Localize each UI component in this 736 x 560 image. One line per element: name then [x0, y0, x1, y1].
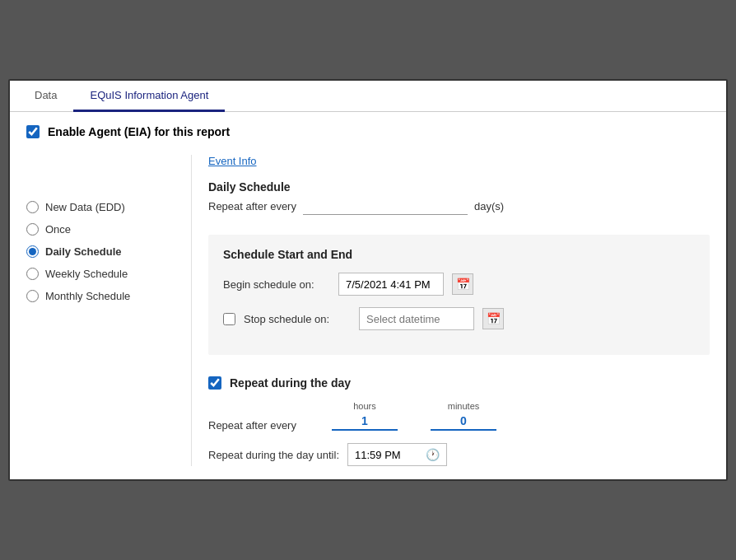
enable-agent-row: Enable Agent (EIA) for this report: [26, 125, 710, 138]
event-info-link[interactable]: Event Info: [208, 155, 710, 167]
begin-schedule-label: Begin schedule on:: [223, 278, 330, 291]
sidebar-item-weekly[interactable]: Weekly Schedule: [26, 263, 191, 285]
hours-col-label: hours: [353, 401, 376, 411]
until-label: Repeat during the day until:: [208, 449, 339, 461]
daily-repeat-input[interactable]: [303, 197, 468, 215]
schedule-block-title: Schedule Start and End: [223, 248, 695, 261]
until-input-wrap: 🕐: [347, 443, 447, 466]
repeat-day-checkbox[interactable]: [208, 376, 221, 390]
minutes-value[interactable]: 0: [431, 414, 496, 431]
repeat-after-every-label: Repeat after every: [208, 401, 315, 432]
schedule-start-end-block: Schedule Start and End Begin schedule on…: [208, 235, 710, 355]
stop-calendar-button[interactable]: 📅: [482, 308, 504, 329]
enable-agent-label: Enable Agent (EIA) for this report: [48, 125, 230, 138]
radio-monthly-label: Monthly Schedule: [45, 290, 130, 302]
minutes-col: minutes 0: [414, 401, 513, 431]
tab-equis[interactable]: EQuIS Information Agent: [73, 81, 225, 112]
stop-schedule-row: Stop schedule on: 📅: [223, 307, 695, 330]
clock-icon: 🕐: [426, 448, 440, 461]
stop-schedule-checkbox[interactable]: [223, 313, 235, 325]
hours-value[interactable]: 1: [332, 414, 398, 431]
sidebar-item-new-data[interactable]: New Data (EDD): [26, 196, 191, 218]
until-row: Repeat during the day until: 🕐: [208, 443, 710, 466]
radio-new-data[interactable]: [26, 201, 39, 213]
tab-bar: Data EQuIS Information Agent: [10, 81, 726, 112]
until-time-input[interactable]: [355, 449, 421, 461]
daily-repeat-suffix: day(s): [474, 200, 504, 212]
begin-calendar-button[interactable]: 📅: [452, 273, 473, 295]
daily-repeat-row: Repeat after every day(s): [208, 197, 710, 215]
sidebar-item-once[interactable]: Once: [26, 218, 191, 240]
begin-datetime-input[interactable]: [346, 278, 436, 291]
repeat-day-title: Repeat during the day: [230, 376, 351, 390]
sidebar-item-monthly[interactable]: Monthly Schedule: [26, 285, 191, 307]
repeat-during-day-block: Repeat during the day Repeat after every…: [208, 365, 710, 466]
enable-agent-checkbox[interactable]: [26, 125, 40, 138]
radio-weekly-label: Weekly Schedule: [45, 268, 128, 280]
radio-weekly[interactable]: [26, 268, 39, 280]
begin-schedule-row: Begin schedule on: 📅: [223, 273, 695, 296]
repeat-day-header: Repeat during the day: [208, 376, 710, 390]
radio-daily[interactable]: [26, 245, 39, 258]
hours-col: hours 1: [315, 401, 414, 431]
tab-data[interactable]: Data: [18, 81, 73, 112]
stop-schedule-label: Stop schedule on:: [244, 313, 351, 325]
radio-once[interactable]: [26, 223, 39, 236]
radio-new-data-label: New Data (EDD): [45, 201, 125, 213]
daily-repeat-prefix: Repeat after every: [208, 200, 296, 212]
daily-schedule-title: Daily Schedule: [208, 180, 710, 194]
radio-daily-label: Daily Schedule: [45, 245, 121, 258]
right-panel: Event Info Daily Schedule Repeat after e…: [191, 155, 710, 466]
radio-monthly[interactable]: [26, 290, 39, 302]
stop-datetime-input-wrap: [359, 307, 474, 330]
radio-once-label: Once: [45, 223, 71, 236]
begin-datetime-input-wrap: [338, 273, 444, 296]
main-content: New Data (EDD) Once Daily Schedule Weekl…: [26, 155, 710, 466]
body-content: Enable Agent (EIA) for this report New D…: [10, 112, 726, 479]
stop-datetime-input[interactable]: [366, 313, 465, 325]
hours-minutes-row: Repeat after every hours 1 minutes 0: [208, 401, 710, 432]
sidebar-item-daily[interactable]: Daily Schedule: [26, 240, 191, 263]
main-window: Data EQuIS Information Agent Enable Agen…: [8, 79, 728, 481]
sidebar: New Data (EDD) Once Daily Schedule Weekl…: [26, 155, 191, 466]
minutes-col-label: minutes: [448, 401, 480, 411]
